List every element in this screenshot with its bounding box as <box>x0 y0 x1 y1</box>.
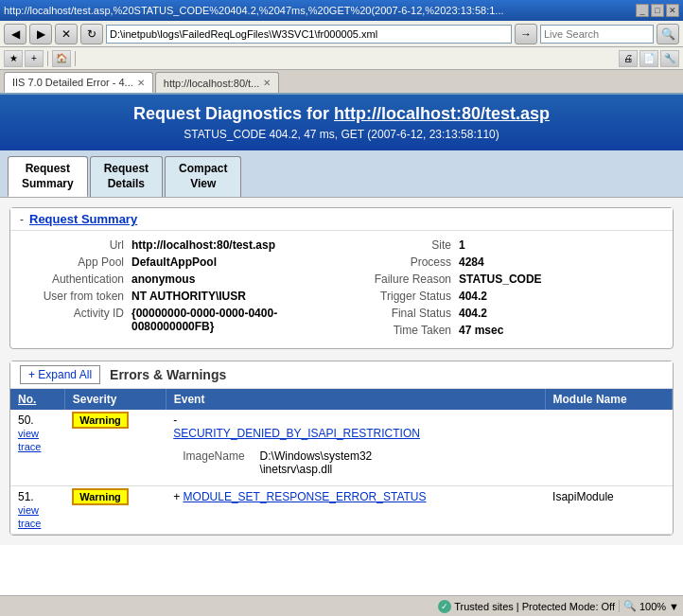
close-button[interactable]: ✕ <box>666 4 679 17</box>
favorites-icon[interactable]: ★ <box>4 50 23 67</box>
timetaken-label: Time Taken <box>345 324 459 337</box>
browser-titlebar: http://localhost/test.asp,%20STATUS_CODE… <box>0 0 683 21</box>
page-icon[interactable]: 📄 <box>639 50 658 67</box>
summary-row-failure: Failure Reason STATUS_CODE <box>345 273 665 286</box>
stop-button[interactable]: ✕ <box>55 24 78 44</box>
row51-view-trace[interactable]: viewtrace <box>18 504 41 529</box>
print-icon[interactable]: 🖨 <box>619 50 638 67</box>
failure-value: STATUS_CODE <box>459 273 542 286</box>
minimize-button[interactable]: _ <box>636 4 649 17</box>
row50-sign: - <box>173 414 177 427</box>
row50-severity: Warning <box>64 410 166 486</box>
tab-localhost[interactable]: http://localhost:80/t... ✕ <box>155 72 280 93</box>
browser-toolbar: ◀ ▶ ✕ ↻ → 🔍 <box>0 21 683 47</box>
activity-value: {00000000-0000-0000-0400-0080000000FB} <box>131 307 338 333</box>
site-value: 1 <box>459 238 465 252</box>
toolbar-separator <box>47 51 48 66</box>
error-table-header: No. Severity Event Module Name <box>10 389 673 410</box>
browser-title: http://localhost/test.asp,%20STATUS_CODE… <box>4 5 634 16</box>
trusted-text: Trusted sites | Protected Mode: Off <box>454 601 615 612</box>
trigger-value: 404.2 <box>459 290 487 303</box>
url-label: Url <box>18 238 131 252</box>
row50-detail-value: D:\Windows\system32\inetsrv\asp.dll <box>253 446 380 480</box>
row50-detail-table: ImageName D:\Windows\system32\inetsrv\as… <box>173 444 381 482</box>
tab-request-details[interactable]: RequestDetails <box>90 156 163 197</box>
search-input[interactable] <box>540 25 654 44</box>
row51-warning-badge: Warning <box>72 488 129 505</box>
row50-warning-badge: Warning <box>72 412 129 429</box>
zoom-dropdown-icon[interactable]: ▼ <box>669 601 679 612</box>
apppool-label: App Pool <box>18 255 131 269</box>
errors-warnings-box: + Expand All Errors & Warnings No. Sever… <box>9 361 674 536</box>
tab-iis-error-label: IIS 7.0 Detailed Error - 4... <box>12 77 133 88</box>
row51-module-value: IsapiModule <box>552 490 614 503</box>
col-module: Module Name <box>545 389 672 410</box>
zoom-level: 🔍 100% ▼ <box>619 600 679 612</box>
home-icon[interactable]: 🏠 <box>52 50 71 67</box>
status-bar: ✓ Trusted sites | Protected Mode: Off 🔍 … <box>0 595 683 616</box>
col-severity: Severity <box>64 389 166 410</box>
summary-right: Site 1 Process 4284 Failure Reason STATU… <box>345 238 665 341</box>
activity-label: Activity ID <box>18 307 131 333</box>
summary-row-activity: Activity ID {00000000-0000-0000-0400-008… <box>18 307 338 333</box>
errors-box-header: + Expand All Errors & Warnings <box>10 361 673 389</box>
apppool-value: DefaultAppPool <box>131 255 217 269</box>
errors-title: Errors & Warnings <box>110 367 226 382</box>
row51-sign: + <box>173 490 180 503</box>
row50-num: 50. <box>18 414 34 427</box>
trusted-icon: ✓ <box>438 600 451 613</box>
tab-iis-error-close[interactable]: ✕ <box>137 78 145 88</box>
header-url-link[interactable]: http://localhost:80/test.asp <box>334 104 550 123</box>
row51-no: 51. viewtrace <box>10 486 64 535</box>
collapse-icon[interactable]: - <box>20 213 24 226</box>
summary-row-process: Process 4284 <box>345 255 665 269</box>
go-button[interactable]: → <box>515 24 537 44</box>
row51-event-link[interactable]: MODULE_SET_RESPONSE_ERROR_STATUS <box>184 490 427 503</box>
request-summary-link[interactable]: Request Summary <box>29 212 137 226</box>
trusted-status: ✓ Trusted sites | Protected Mode: Off <box>311 600 615 613</box>
zoom-icon: 🔍 <box>623 600 637 612</box>
maximize-button[interactable]: □ <box>651 4 664 17</box>
iis-navigation-tabs: RequestSummary RequestDetails CompactVie… <box>0 150 683 198</box>
summary-box-header: - Request Summary <box>10 208 673 231</box>
row50-event-link[interactable]: SECURITY_DENIED_BY_ISAPI_RESTRICTION <box>173 427 420 440</box>
row51-module: IsapiModule <box>545 486 672 535</box>
search-button[interactable]: 🔍 <box>657 24 679 44</box>
summary-row-timetaken: Time Taken 47 msec <box>345 324 665 337</box>
failure-label: Failure Reason <box>345 273 459 286</box>
col-no-link[interactable]: No. <box>18 393 36 406</box>
tab-compact-view[interactable]: CompactView <box>165 156 241 197</box>
summary-left: Url http://localhost:80/test.asp App Poo… <box>18 238 338 341</box>
table-row: 51. viewtrace Warning + MODULE_SET_RESPO… <box>10 486 673 535</box>
row50-detail-label: ImageName <box>175 446 250 480</box>
timetaken-value: 47 msec <box>459 324 503 337</box>
user-value: NT AUTHORITY\IUSR <box>131 290 246 303</box>
forward-button[interactable]: ▶ <box>29 24 52 44</box>
col-event: Event <box>166 389 545 410</box>
ie-header: Request Diagnostics for http://localhost… <box>0 95 683 150</box>
summary-row-auth: Authentication anonymous <box>18 273 338 286</box>
tab-iis-error[interactable]: IIS 7.0 Detailed Error - 4... ✕ <box>4 72 153 93</box>
row51-num: 51. <box>18 490 34 503</box>
tab-localhost-close[interactable]: ✕ <box>263 78 271 88</box>
back-button[interactable]: ◀ <box>4 24 26 44</box>
error-table: No. Severity Event Module Name 50. viewt… <box>10 389 673 535</box>
toolbar-separator2 <box>75 51 76 66</box>
process-label: Process <box>345 255 459 269</box>
refresh-button[interactable]: ↻ <box>80 24 103 44</box>
main-section: - Request Summary Url http://localhost:8… <box>0 198 683 545</box>
row50-view-trace[interactable]: viewtrace <box>18 428 41 452</box>
tab-request-summary[interactable]: RequestSummary <box>8 156 88 197</box>
site-label: Site <box>345 238 459 252</box>
summary-row-site: Site 1 <box>345 238 665 252</box>
address-bar[interactable] <box>106 25 512 44</box>
summary-table: Url http://localhost:80/test.asp App Poo… <box>10 231 673 348</box>
row50-no: 50. viewtrace <box>10 410 64 486</box>
expand-all-button[interactable]: + Expand All <box>20 365 100 384</box>
tools-icon[interactable]: 🔧 <box>660 50 679 67</box>
page-content: Request Diagnostics for http://localhost… <box>0 95 683 595</box>
page-title: Request Diagnostics for http://localhost… <box>9 104 674 124</box>
col-no: No. <box>10 389 64 410</box>
add-favorites-icon[interactable]: + <box>25 50 44 67</box>
browser-toolbar2: ★ + 🏠 🖨 📄 🔧 <box>0 47 683 70</box>
